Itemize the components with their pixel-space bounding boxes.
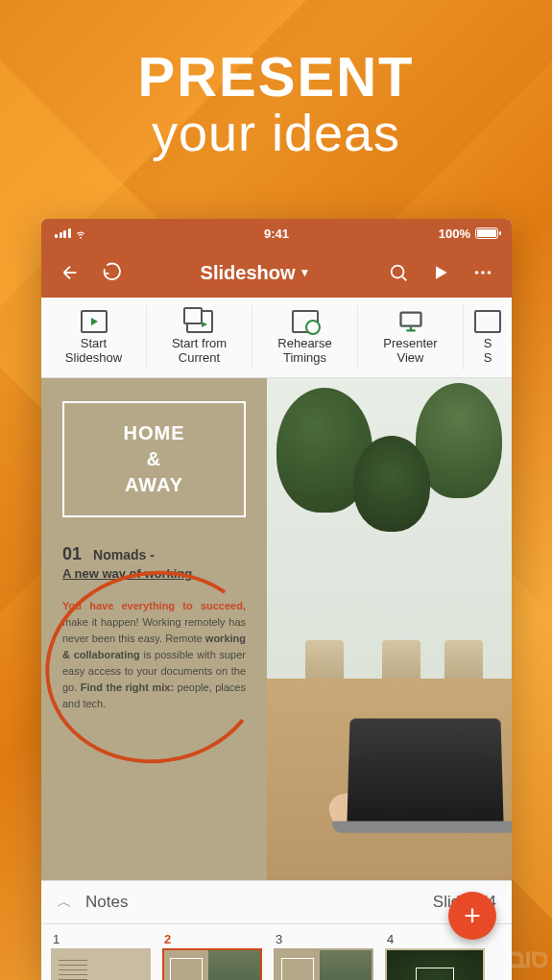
ribbon-label: Slideshow [65,350,122,365]
svg-point-0 [392,266,404,278]
ribbon-label: Presenter [383,336,437,350]
thumbnail-2[interactable]: 2 [162,932,262,980]
ribbon-start-from-current[interactable]: Start fromCurrent [147,305,252,370]
slide-title-line: & [72,446,236,472]
ribbon-label: S [484,350,492,365]
slide-section-number: 01 [62,544,82,564]
ribbon-rehearse-timings[interactable]: RehearseTimings [252,305,358,370]
more-button[interactable] [464,253,502,292]
ribbon-presenter-view[interactable]: PresenterView [358,305,464,370]
presenter-view-icon [397,310,424,333]
signal-icon [55,228,71,238]
watermark: סוב [510,941,546,974]
promo-line1: PRESENT [0,44,552,108]
thumb-number: 3 [274,932,373,946]
ribbon-label: Current [179,350,220,365]
add-slide-fab[interactable]: + [448,892,496,940]
ribbon-label: Start [81,336,107,350]
thumb-number: 1 [51,932,151,946]
battery-icon [475,227,498,239]
promo-line2: your ideas [0,103,552,162]
notes-bar[interactable]: ︿ Notes Slide 2/4 [41,880,512,924]
ribbon-start-slideshow[interactable]: StartSlideshow [41,305,147,370]
ribbon-label: View [397,350,424,365]
slide-title-line: AWAY [72,472,236,498]
titlebar-dropdown[interactable]: Slideshow ▼ [135,262,375,284]
notes-label: Notes [85,893,128,912]
rehearse-timings-icon [292,310,319,333]
play-button[interactable] [421,253,460,292]
thumbnail-strip[interactable]: 1 2 3 4 [41,924,512,980]
ribbon-label: S [484,336,492,350]
ribbon-label: Start from [172,336,227,350]
thumb-number: 2 [162,932,262,946]
svg-point-1 [475,271,479,275]
ribbon-toolbar: StartSlideshow Start fromCurrent Rehears… [41,298,512,378]
titlebar-title: Slideshow [201,262,296,284]
thumbnail-1[interactable]: 1 [51,932,151,980]
svg-rect-4 [400,312,420,325]
slide-paragraph: You have everything to succeed, make it … [62,598,246,712]
slide-subtitle2: A new way of working [62,566,246,581]
slide-title-line: HOME [72,420,236,446]
start-from-current-icon [186,310,213,333]
ribbon-overflow-item[interactable]: SS [464,305,512,370]
chevron-down-icon: ▼ [300,266,311,279]
chevron-up-icon: ︿ [57,893,72,913]
promo-headline: PRESENT your ideas [0,44,552,162]
back-button[interactable] [51,253,89,292]
wifi-icon [74,227,87,240]
slide-subtitle: Nomads - [93,547,155,562]
slide-canvas[interactable]: HOME & AWAY 01 Nomads - A new way of wor… [41,378,512,880]
slide-left-panel: HOME & AWAY 01 Nomads - A new way of wor… [41,378,267,880]
svg-point-3 [488,271,492,275]
ribbon-label: Rehearse [277,336,331,350]
ribbon-overflow-icon [474,310,501,333]
start-slideshow-icon [81,310,108,333]
slide-title-box: HOME & AWAY [62,401,246,517]
undo-button[interactable] [93,253,132,292]
ribbon-label: Timings [283,350,326,365]
status-bar: 9:41 100% [41,219,512,248]
search-button[interactable] [379,253,418,292]
title-bar: Slideshow ▼ [41,248,512,298]
phone-frame: 9:41 100% Slideshow ▼ [41,219,512,980]
svg-point-2 [481,271,485,275]
status-time: 9:41 [203,227,350,241]
battery-percent: 100% [439,227,470,241]
slide-image-area [267,378,512,880]
plus-icon: + [464,899,481,932]
thumbnail-3[interactable]: 3 [274,932,373,980]
